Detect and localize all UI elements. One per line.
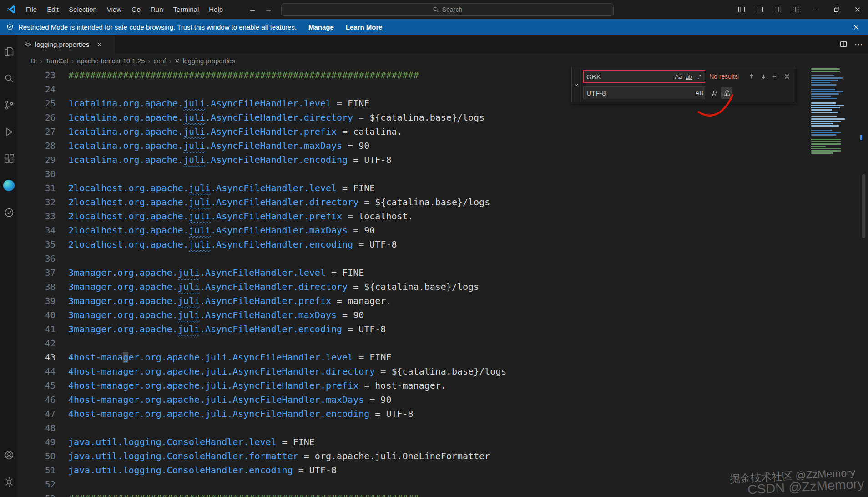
edge-browser-icon[interactable] [0,172,18,199]
line-number: 31 [18,181,68,195]
code-line-29[interactable]: 1catalina.org.apache.juli.AsyncFileHandl… [68,153,868,167]
menu-file[interactable]: File [21,0,42,19]
replace-input[interactable]: AB [583,86,705,99]
close-find-widget-icon[interactable] [781,71,793,82]
replace-one-icon[interactable] [709,87,721,99]
code-line-27[interactable]: 1catalina.org.apache.juli.AsyncFileHandl… [68,125,868,139]
preserve-case-toggle[interactable]: AB [694,88,705,98]
code-line-28[interactable]: 1catalina.org.apache.juli.AsyncFileHandl… [68,139,868,153]
split-editor-icon[interactable] [840,41,847,48]
extensions-icon[interactable] [0,145,18,172]
explorer-icon[interactable] [0,38,18,65]
code-line-26[interactable]: 1catalina.org.apache.juli.AsyncFileHandl… [68,111,868,125]
code-line-39[interactable]: 3manager.org.apache.juli.AsyncFileHandle… [68,294,868,308]
property-key: java.util.logging.ConsoleHandler.level [68,436,277,447]
menu-selection[interactable]: Selection [64,0,102,19]
code-line-36[interactable] [68,252,868,266]
code-line-45[interactable]: 4host-manager.org.apache.juli.AsyncFileH… [68,379,868,393]
find-in-selection-icon[interactable] [769,71,781,82]
line-number: 30 [18,167,68,181]
line-number: 51 [18,463,68,477]
replace-input-field[interactable] [584,89,694,97]
code-area[interactable]: ########################################… [68,68,868,497]
property-key-juli: juli [189,211,211,222]
vscode-logo-icon [6,5,16,14]
code-line-37[interactable]: 3manager.org.apache.juli.AsyncFileHandle… [68,266,868,280]
code-line-50[interactable]: java.util.logging.ConsoleHandler.formatt… [68,449,868,463]
tab-logging-properties[interactable]: logging.properties [18,35,115,53]
minimap-line [811,118,845,120]
code-line-32[interactable]: 2localhost.org.apache.juli.AsyncFileHand… [68,195,868,209]
code-line-47[interactable]: 4host-manager.org.apache.juli.AsyncFileH… [68,407,868,421]
breadcrumb-item[interactable]: TomCat [45,57,68,65]
code-line-44[interactable]: 4host-manager.org.apache.juli.AsyncFileH… [68,365,868,379]
minimap-line [811,137,856,138]
code-line-53[interactable]: ########################################… [68,492,868,497]
property-key: .AsyncFileHandler.encoding [200,324,342,335]
code-line-33[interactable]: 2localhost.org.apache.juli.AsyncFileHand… [68,209,868,223]
menu-edit[interactable]: Edit [42,0,64,19]
learn-more-link[interactable]: Learn More [346,23,383,31]
search-input[interactable]: Search [281,3,614,16]
code-line-41[interactable]: 3manager.org.apache.juli.AsyncFileHandle… [68,322,868,336]
find-input[interactable]: Aa ab .* [583,70,705,83]
code-line-42[interactable] [68,336,868,350]
minimap-line [811,93,839,95]
run-debug-icon[interactable] [0,118,18,145]
property-key: 2localhost.org.apache. [68,183,189,193]
property-key: 3manager.org.apache. [68,281,178,292]
more-actions-icon[interactable]: ⋯ [854,39,863,50]
toggle-sidebar-icon[interactable] [732,0,751,19]
breadcrumb-item[interactable]: conf [153,57,166,65]
toggle-replace-chevron-icon[interactable] [572,67,581,102]
code-line-43[interactable]: 4host-manager.org.apache.juli.AsyncFileH… [68,350,868,365]
whole-word-toggle[interactable]: ab [684,71,694,81]
editor[interactable]: 2324252627282930313233343536373839404142… [18,68,868,497]
code-line-35[interactable]: 2localhost.org.apache.juli.AsyncFileHand… [68,238,868,252]
forward-arrow-icon[interactable]: → [262,0,275,19]
menu-view[interactable]: View [102,0,126,19]
breadcrumb-item[interactable]: apache-tomcat-10.1.25 [77,57,145,65]
code-line-38[interactable]: 3manager.org.apache.juli.AsyncFileHandle… [68,280,868,294]
minimize-button[interactable] [805,0,826,19]
find-input-field[interactable] [584,73,673,81]
source-control-icon[interactable] [0,91,18,118]
replace-all-icon[interactable] [721,87,732,99]
search-sidebar-icon[interactable] [0,65,18,91]
menu-run[interactable]: Run [146,0,168,19]
code-line-48[interactable] [68,421,868,435]
toggle-panel-icon[interactable] [751,0,769,19]
code-line-30[interactable] [68,167,868,181]
menu-help[interactable]: Help [204,0,228,19]
menu-go[interactable]: Go [126,0,146,19]
code-line-51[interactable]: java.util.logging.ConsoleHandler.encodin… [68,463,868,477]
breadcrumb-item[interactable]: D: [30,57,37,65]
code-line-31[interactable]: 2localhost.org.apache.juli.AsyncFileHand… [68,181,868,195]
regex-toggle[interactable]: .* [694,71,705,81]
tab-close-icon[interactable] [96,41,102,47]
scrollbar-thumb[interactable] [862,174,865,238]
close-window-button[interactable] [847,0,868,19]
code-line-40[interactable]: 3manager.org.apache.juli.AsyncFileHandle… [68,308,868,322]
manage-link[interactable]: Manage [308,23,334,31]
code-line-52[interactable] [68,477,868,492]
breadcrumb-item[interactable]: logging.properties [182,57,235,65]
maximize-button[interactable] [826,0,847,19]
minimap[interactable] [810,68,856,155]
property-key: .AsyncFileHandler.maxDays [205,140,342,151]
account-icon[interactable] [0,441,18,468]
toggle-secondary-sidebar-icon[interactable] [769,0,787,19]
previous-match-icon[interactable] [746,71,757,82]
check-extension-icon[interactable] [0,199,18,226]
settings-gear-icon[interactable] [0,468,18,495]
code-line-46[interactable]: 4host-manager.org.apache.juli.AsyncFileH… [68,393,868,407]
code-line-34[interactable]: 2localhost.org.apache.juli.AsyncFileHand… [68,223,868,238]
property-value: = 90 [337,309,364,320]
back-arrow-icon[interactable]: ← [246,0,259,19]
match-case-toggle[interactable]: Aa [673,71,684,81]
banner-close-icon[interactable] [850,19,863,35]
menu-terminal[interactable]: Terminal [168,0,204,19]
code-line-49[interactable]: java.util.logging.ConsoleHandler.level =… [68,435,868,449]
customize-layout-icon[interactable] [787,0,805,19]
next-match-icon[interactable] [757,71,769,82]
